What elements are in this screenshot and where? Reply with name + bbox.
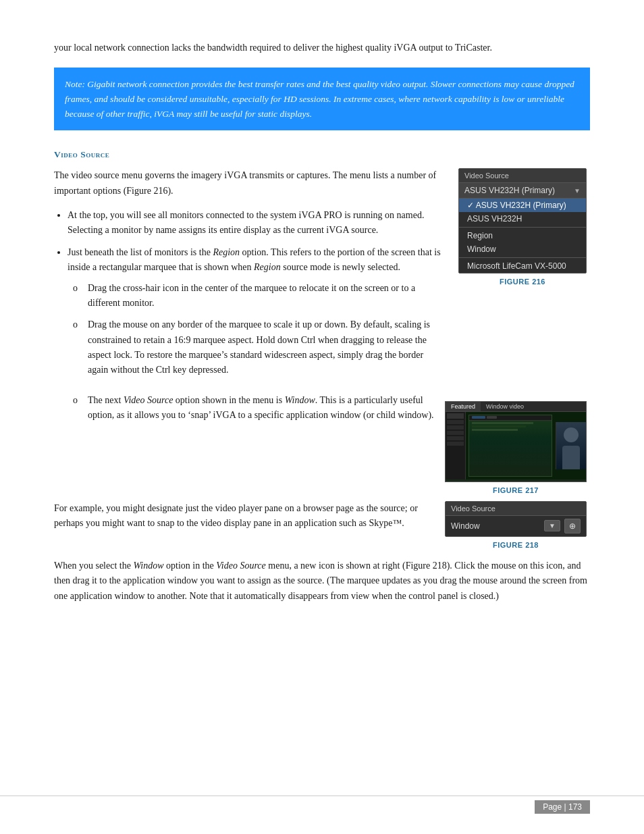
vs-item-1[interactable]: ASUS VH232H (Primary)	[459, 199, 586, 212]
note-text: Note: Gigabit network connection provide…	[65, 79, 574, 118]
sub-bullet-list: Drag the cross-hair icon in the center o…	[88, 281, 441, 378]
para-window-italic-vs: Video Source	[216, 561, 265, 571]
figure218-and-example-area: For example, you might designate just th…	[54, 501, 590, 549]
sub3-text-area: The next Video Source option shown in th…	[54, 388, 435, 494]
section-intro-area: The video source menu governs the imager…	[54, 168, 590, 388]
vs-dropdown-header: Video Source	[459, 169, 586, 183]
bullet2-italic2: Region	[254, 262, 281, 272]
sub-item-1: Drag the cross-hair icon in the center o…	[88, 281, 441, 311]
vsw-label: Window	[451, 521, 540, 531]
main-bullet-list: At the top, you will see all monitors co…	[68, 208, 441, 378]
vs-item-region[interactable]: Region	[459, 229, 586, 242]
para-window-mid: option in the	[164, 561, 217, 571]
figure-218-container: Video Source Window ▼ ⊕ FIGURE 218	[441, 501, 590, 549]
vs-item-lifecam[interactable]: Microsoft LifeCam VX-5000	[459, 259, 586, 273]
sub3-suffix: option shown in the menu is	[173, 395, 284, 405]
figure-217-caption: FIGURE 217	[493, 486, 539, 494]
sub3-and-figure217-area: The next Video Source option shown in th…	[54, 388, 590, 494]
vsw-row: Window ▼ ⊕	[446, 516, 586, 536]
para-window-description: When you select the Window option in the…	[54, 558, 590, 604]
figure-217-thumbnail: Featured Window video	[445, 401, 587, 482]
example-text-area: For example, you might designate just th…	[54, 501, 435, 541]
page-footer: Page | 173	[0, 796, 644, 814]
bullet-item-2: Just beneath the list of monitors is the…	[68, 245, 441, 378]
bullet2-italic: Region	[213, 247, 240, 257]
figure-216-dropdown: Video Source ASUS VH232H (Primary) ▼ ASU…	[458, 168, 587, 273]
vsw-dropdown-arrow-icon: ▼	[549, 522, 556, 529]
intro-paragraph: your local network connection lacks the …	[54, 41, 590, 55]
sub-item-2: Drag the mouse on any border of the marq…	[88, 317, 441, 378]
sub3-prefix: The next	[88, 395, 124, 405]
vs-item-2[interactable]: ASUS VH232H	[459, 212, 586, 226]
vsw-dropdown-button[interactable]: ▼	[544, 520, 560, 531]
thumb-content	[446, 412, 586, 479]
vsw-snap-icon: ⊕	[569, 521, 576, 531]
vs-divider-2	[459, 257, 586, 258]
thumb-person	[556, 422, 586, 469]
bullet-item-1: At the top, you will see all monitors co…	[68, 208, 441, 238]
figure-217-container: Featured Window video	[441, 401, 590, 494]
figure-216-container: Video Source ASUS VH232H (Primary) ▼ ASU…	[455, 168, 590, 286]
para-example: For example, you might designate just th…	[54, 501, 435, 531]
sub3-list: The next Video Source option shown in th…	[88, 393, 435, 423]
section-intro-text: The video source menu governs the imager…	[54, 168, 441, 199]
note-box: Note: Gigabit network connection provide…	[54, 68, 590, 130]
thumb-tab-featured: Featured	[446, 402, 481, 411]
figure-216-caption: FIGURE 216	[500, 278, 545, 286]
thumb-sidebar	[446, 412, 466, 479]
bullet2-prefix: Just beneath the list of monitors is the	[68, 247, 213, 257]
vsw-header: Video Source	[446, 502, 586, 516]
sub3-italic: Video Source	[124, 395, 173, 405]
sub-item-3: The next Video Source option shown in th…	[88, 393, 435, 423]
vs-selected-item: ASUS VH232H (Primary) ▼	[459, 183, 586, 199]
para-window-italic-window: Window	[133, 561, 163, 571]
section-text-content: The video source menu governs the imager…	[54, 168, 441, 388]
bullet2-suffix2: source mode is newly selected.	[281, 262, 400, 272]
vsw-snap-icon-button[interactable]: ⊕	[564, 519, 581, 533]
vs-selected-text: ASUS VH232H (Primary)	[464, 186, 555, 195]
page-number: Page | 173	[535, 800, 590, 814]
figure-218-caption: FIGURE 218	[493, 541, 539, 549]
figure-218-widget: Video Source Window ▼ ⊕	[445, 501, 587, 537]
para-window-prefix: When you select the	[54, 561, 133, 571]
thumb-main-area	[466, 412, 586, 479]
sub3-italic2: Window	[285, 395, 315, 405]
thumb-tabs: Featured Window video	[446, 402, 586, 412]
vs-item-window[interactable]: Window	[459, 242, 586, 256]
vs-dropdown-arrow-icon: ▼	[574, 187, 581, 194]
thumb-tab-window-video: Window video	[481, 402, 529, 411]
section-heading: Video Source	[54, 149, 590, 160]
vs-divider	[459, 227, 586, 228]
